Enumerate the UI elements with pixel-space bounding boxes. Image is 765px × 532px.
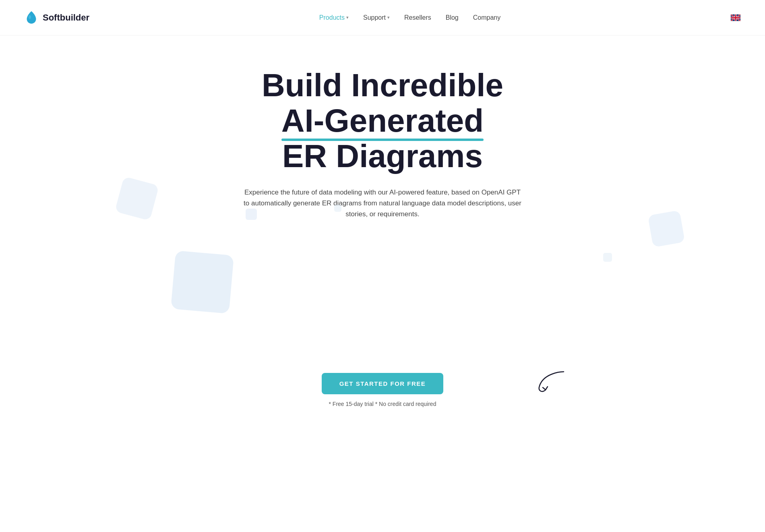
arrow-decoration	[536, 370, 568, 394]
hero-section: Build Incredible AI-Generated ER Diagram…	[0, 35, 765, 478]
logo-icon	[24, 10, 39, 25]
navbar: Softbuilder Products ▾ Support ▾ Reselle…	[0, 0, 765, 35]
hero-title-line1: Build Incredible	[262, 67, 503, 103]
nav-item-company[interactable]: Company	[473, 14, 500, 21]
nav-item-products[interactable]: Products ▾	[319, 14, 349, 21]
hero-title: Build Incredible AI-Generated ER Diagram…	[262, 68, 503, 174]
get-started-button[interactable]: GET STARTED FOR FREE	[322, 373, 444, 394]
nav-item-support[interactable]: Support ▾	[363, 14, 390, 21]
cta-section: GET STARTED FOR FREE * Free 15-day trial…	[322, 373, 444, 407]
nav-item-resellers[interactable]: Resellers	[404, 14, 431, 21]
logo[interactable]: Softbuilder	[24, 10, 89, 25]
nav-label-support: Support	[363, 14, 386, 21]
nav-label-blog: Blog	[446, 14, 459, 21]
chevron-down-icon: ▾	[346, 15, 349, 20]
nav-item-blog[interactable]: Blog	[446, 14, 459, 21]
logo-text: Softbuilder	[43, 12, 89, 23]
svg-point-0	[29, 15, 31, 19]
chevron-down-icon: ▾	[387, 15, 390, 20]
decor-square-5	[171, 250, 234, 314]
language-selector[interactable]	[730, 14, 741, 21]
nav-label-resellers: Resellers	[404, 14, 431, 21]
decor-square-6	[603, 253, 612, 262]
cta-note: * Free 15-day trial * No credit card req…	[329, 401, 436, 407]
decor-square-1	[115, 176, 159, 221]
hero-subtitle: Experience the future of data modeling w…	[242, 187, 523, 220]
nav-label-company: Company	[473, 14, 500, 21]
nav-links: Products ▾ Support ▾ Resellers Blog Comp…	[319, 14, 500, 21]
uk-flag-icon	[731, 14, 740, 21]
decor-square-4	[648, 210, 685, 248]
hero-title-highlight: AI-Generated	[281, 103, 484, 139]
nav-label-products: Products	[319, 14, 345, 21]
hero-title-line3: ER Diagrams	[282, 138, 483, 174]
